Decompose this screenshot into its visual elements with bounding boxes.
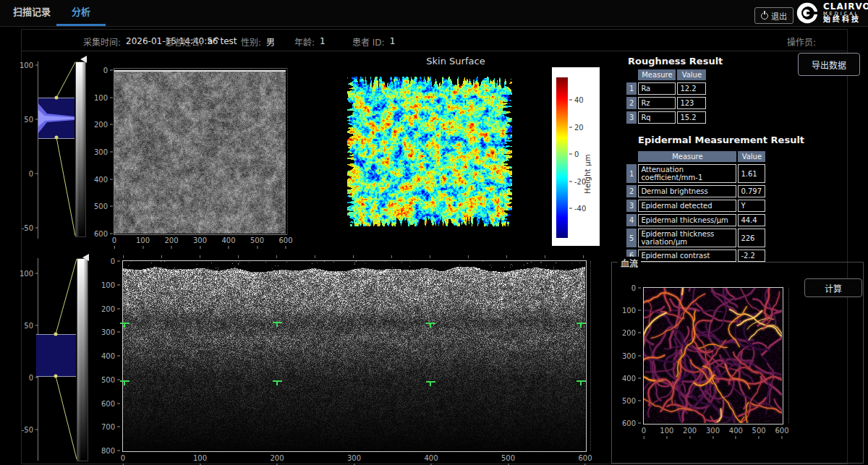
table-row: 6 Epidermal contrast -2.2	[626, 249, 765, 262]
table-row: 1 Ra 12.2	[626, 82, 706, 95]
value-cell: -2.2	[738, 249, 765, 262]
enface-right-spine	[287, 69, 288, 234]
epidermal-table: Measure Value 1 Attenuation coefficient/…	[625, 149, 767, 264]
gender-value: 男	[266, 35, 275, 48]
measurement-marker	[120, 320, 129, 328]
enface-bottom-spine	[114, 234, 287, 235]
measure-cell: Rq	[638, 111, 676, 124]
brand-name: CLAIRVO	[823, 2, 868, 12]
bscan-x-axis: 0100200300400500600	[123, 454, 585, 464]
colorbar-gradient	[556, 77, 568, 238]
active-tab-underline	[56, 24, 106, 26]
epidermal-title: Epidermal Measurement Result	[638, 135, 804, 145]
patient-id-label: 患者 ID:	[352, 35, 385, 48]
table-row: 5 Epidermal thickness variation/μm 226	[626, 229, 765, 247]
measurement-marker	[426, 379, 435, 386]
bloodflow-image	[644, 288, 782, 423]
enface-y-axis: 0100200300400500600	[87, 70, 113, 234]
measure-cell: Epidermal thickness/μm	[638, 214, 736, 226]
row-index: 1	[626, 164, 637, 183]
brand-text: CLAIRVO MEDICAL 始终科技	[823, 2, 868, 24]
logout-button[interactable]: 退出	[754, 7, 793, 24]
row-index: 1	[626, 82, 637, 95]
calculate-button[interactable]: 计算	[804, 278, 862, 297]
col-value: Value	[677, 69, 706, 80]
tab-scan-records[interactable]: 扫描记录	[7, 0, 56, 24]
histogram-lower-handle-icon[interactable]	[82, 254, 89, 261]
bloodflow-right-spine	[788, 288, 789, 423]
roughness-title: Roughness Result	[628, 56, 723, 67]
bloodflow-y-axis: 0100200300400500600	[618, 288, 641, 423]
tab-analysis[interactable]: 分析	[56, 0, 106, 24]
app-root: 扫描记录 分析 退出 CLAIRVO MEDICAL 始终科技 采集时间: 20…	[0, 0, 868, 465]
corner-cell	[626, 69, 637, 80]
value-cell: 123	[677, 97, 706, 109]
value-cell: 1.61	[738, 164, 765, 183]
measure-cell: Epidermal contrast	[638, 249, 736, 262]
table-row: 2 Dermal brightness 0.797	[626, 185, 765, 197]
histogram-upper-spine	[38, 61, 38, 239]
measure-cell: Attenuation coefficient/mm-1	[638, 164, 736, 183]
gender-label: 性别:	[241, 35, 261, 48]
value-cell: 44.4	[738, 214, 765, 226]
enface-top-spine	[114, 68, 287, 69]
table-header-row: Measure Value	[626, 69, 706, 80]
value-cell: 12.2	[677, 82, 706, 95]
bscan-top-ticks	[123, 255, 585, 258]
colorbar-label: Height μm	[583, 121, 592, 194]
measurement-marker	[120, 378, 129, 385]
power-icon	[761, 12, 768, 20]
histogram-upper-gradient-bar[interactable]	[75, 61, 86, 237]
row-index: 2	[626, 185, 637, 197]
measurement-marker	[576, 378, 586, 385]
histogram-lower-axis: 100500-50	[16, 273, 38, 430]
measurement-marker	[576, 320, 586, 328]
col-value: Value	[738, 151, 765, 162]
measure-cell: Epidermal detected	[638, 200, 736, 212]
table-row: 1 Attenuation coefficient/mm-1 1.61	[626, 164, 765, 183]
value-cell: 226	[738, 229, 765, 247]
col-measure: Measure	[638, 151, 736, 162]
table-row: 4 Epidermal thickness/μm 44.4	[626, 214, 765, 226]
measure-cell: Ra	[638, 82, 676, 95]
acquisition-time-label: 采集时间:	[83, 35, 121, 48]
bloodflow-x-axis: 0100200300400500600	[644, 427, 782, 437]
histogram-upper-peak	[38, 98, 75, 138]
row-index: 4	[626, 214, 637, 226]
surface-plot-title: Skin Surface	[391, 56, 521, 67]
table-row: 3 Rq 15.2	[626, 111, 706, 124]
age-field: 年龄: 1	[294, 34, 326, 48]
export-data-button[interactable]: 导出数据	[798, 53, 860, 76]
bscan-right-spine	[590, 261, 591, 451]
brand-chinese-name: 始终科技	[823, 16, 868, 24]
histogram-upper-selection[interactable]	[38, 98, 75, 139]
col-measure: Measure	[638, 69, 676, 80]
measure-cell: Dermal brightness	[638, 185, 736, 197]
row-index: 5	[626, 229, 637, 247]
measurement-marker	[426, 320, 435, 328]
row-index: 3	[626, 200, 637, 212]
histogram-upper-handle-icon[interactable]	[80, 56, 87, 63]
patient-name-field: 患者姓名: a^test	[165, 34, 237, 48]
histogram-upper-axis: 100500-50	[16, 65, 38, 228]
surface-image	[346, 74, 514, 228]
measure-cell: Rz	[638, 97, 676, 109]
measurement-marker	[273, 378, 282, 385]
row-index: 3	[626, 111, 637, 124]
patient-id-field: 患者 ID: 1	[352, 34, 395, 48]
enface-image	[114, 70, 286, 234]
histogram-lower-selection[interactable]	[36, 334, 76, 377]
measure-cell: Epidermal thickness variation/μm	[638, 229, 736, 247]
value-cell: 15.2	[677, 111, 706, 124]
gender-field: 性别: 男	[241, 34, 275, 48]
age-value: 1	[320, 36, 326, 46]
bscan-y-axis: 0100200300400500600700800	[84, 261, 120, 451]
measurement-marker	[273, 320, 282, 327]
roughness-table: Measure Value 1 Ra 12.2 2 Rz 123 3 Rq 15…	[625, 67, 707, 126]
patient-name-value: a^test	[208, 36, 237, 46]
patient-name-label: 患者姓名:	[165, 35, 203, 48]
info-separator	[22, 51, 846, 51]
operator-field: 操作员:	[787, 34, 816, 48]
age-label: 年龄:	[294, 35, 315, 48]
table-row: 2 Rz 123	[626, 97, 706, 109]
